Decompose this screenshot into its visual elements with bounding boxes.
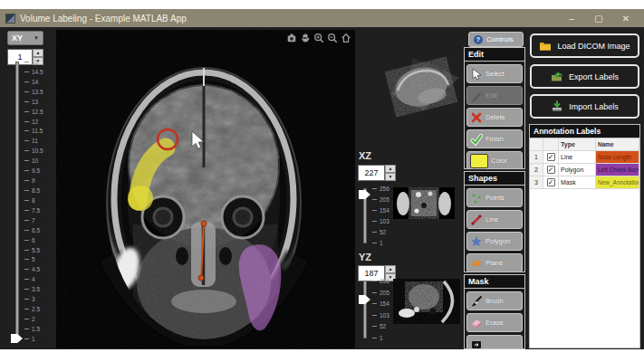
row-name[interactable]: New_Annotation_1 bbox=[596, 176, 639, 188]
row-number: 2 bbox=[530, 164, 543, 176]
tick-mark bbox=[24, 150, 29, 151]
tick-mark bbox=[24, 240, 29, 241]
controls-button[interactable]: ? Controls bbox=[468, 32, 524, 47]
export-labels-button[interactable]: Export Labels bbox=[530, 64, 639, 89]
axes-toolbar bbox=[286, 33, 351, 43]
delete-button[interactable]: Delete bbox=[466, 108, 523, 127]
cursor-icon bbox=[470, 68, 483, 81]
row-type[interactable]: Polygon bbox=[559, 164, 596, 176]
slider-tick: 13 bbox=[24, 99, 43, 105]
tick-mark bbox=[24, 111, 29, 112]
edit-button[interactable]: Edit bbox=[466, 86, 523, 105]
tick-mark bbox=[24, 210, 29, 211]
row-checkbox[interactable]: ✓ bbox=[547, 166, 555, 174]
plane-button[interactable]: Plane bbox=[466, 253, 523, 272]
table-row[interactable]: 2 ✓ Polygon Left Cheek Bone bbox=[530, 164, 639, 176]
help-icon: ? bbox=[474, 35, 483, 44]
erase-button[interactable]: Erase bbox=[466, 313, 523, 332]
tick-mark bbox=[24, 160, 29, 161]
slider-track[interactable] bbox=[15, 62, 19, 339]
row-name[interactable]: Nose Length bbox=[596, 151, 639, 163]
row-type[interactable]: Mask bbox=[559, 176, 596, 188]
polygon-button[interactable]: Polygon bbox=[466, 232, 523, 251]
tick-mark bbox=[24, 309, 29, 310]
row-type[interactable]: Line bbox=[559, 151, 596, 163]
select-button-label: Select bbox=[485, 70, 505, 78]
home-icon[interactable] bbox=[341, 33, 351, 43]
slider-tick-list: 256 205 154 bbox=[372, 186, 389, 246]
line-button[interactable]: Line bbox=[466, 210, 523, 229]
maximize-button[interactable]: ▢ bbox=[593, 14, 604, 24]
row-checkbox[interactable]: ✓ bbox=[547, 153, 555, 161]
pan-icon[interactable] bbox=[300, 33, 311, 43]
tick-mark bbox=[24, 220, 29, 221]
tick-label: 3.5 bbox=[32, 286, 40, 292]
check-icon bbox=[470, 133, 483, 146]
tick-label: 3 bbox=[32, 296, 35, 302]
brush-button[interactable]: Brush bbox=[466, 291, 523, 310]
finish-button[interactable]: Finish bbox=[466, 129, 523, 148]
xz-spinner-value[interactable]: 227 bbox=[358, 165, 385, 181]
tick-label: 14 bbox=[32, 79, 38, 85]
xz-label: XZ bbox=[359, 150, 371, 161]
tick-label: 12 bbox=[32, 119, 38, 125]
slider-tick: 9 bbox=[24, 177, 43, 184]
tick-mark bbox=[24, 180, 29, 181]
line-icon bbox=[470, 214, 483, 226]
xz-spinner[interactable]: 227 ▲ ▼ bbox=[358, 165, 396, 181]
slider-tick: 10.5 bbox=[24, 148, 43, 154]
slider-track[interactable] bbox=[363, 281, 367, 338]
export-labels-icon bbox=[551, 71, 563, 82]
annotation-table[interactable]: Type Name 1 ✓ Line Nose Length 2 ✓ Polyg… bbox=[530, 138, 639, 189]
row-checkbox[interactable]: ✓ bbox=[547, 178, 555, 186]
points-button[interactable]: Points bbox=[466, 188, 523, 207]
view-selector-dropdown[interactable]: XY ▼ bbox=[7, 31, 43, 45]
tick-label: 1 bbox=[380, 240, 383, 246]
zoom-in-icon[interactable] bbox=[313, 33, 324, 43]
spinner-up-icon[interactable]: ▲ bbox=[33, 49, 43, 57]
slider-thumb[interactable] bbox=[11, 334, 23, 343]
slider-thumb[interactable] bbox=[359, 295, 370, 304]
tick-mark bbox=[372, 326, 377, 327]
tick-label: 2.5 bbox=[32, 306, 40, 312]
spinner-up-icon[interactable]: ▲ bbox=[385, 165, 396, 173]
import-labels-label: Import Labels bbox=[569, 102, 619, 111]
minimize-button[interactable]: – bbox=[566, 14, 577, 24]
tick-mark bbox=[24, 200, 29, 201]
tick-label: 7 bbox=[32, 217, 35, 224]
slider-tick: 256 bbox=[372, 278, 389, 284]
table-row[interactable]: 3 ✓ Mask New_Annotation_1 bbox=[530, 176, 639, 189]
row-name[interactable]: Left Cheek Bone bbox=[596, 164, 639, 176]
spinner-down-icon[interactable]: ▼ bbox=[385, 173, 396, 181]
xy-slice-slider[interactable]: 15 14.5 14 bbox=[13, 62, 56, 339]
select-button[interactable]: Select bbox=[466, 64, 523, 83]
spinner-up-icon[interactable]: ▲ bbox=[385, 265, 396, 273]
shapes-panel-title: Shapes bbox=[465, 172, 524, 186]
mask-extra-button[interactable] bbox=[466, 335, 523, 349]
color-button[interactable]: Color bbox=[466, 151, 523, 169]
slider-tick: 4 bbox=[24, 276, 43, 282]
zoom-out-icon[interactable] bbox=[327, 33, 338, 43]
slider-tick: 154 bbox=[372, 207, 389, 214]
slider-tick: 103 bbox=[372, 218, 389, 224]
table-row[interactable]: 1 ✓ Line Nose Length bbox=[530, 151, 639, 164]
edit-panel-title: Edit bbox=[465, 48, 524, 62]
window-titlebar[interactable]: Volume Labeling - Example MATLAB App – ▢… bbox=[0, 9, 644, 27]
tick-mark bbox=[372, 338, 377, 338]
slider-thumb[interactable] bbox=[359, 190, 370, 199]
export-icon[interactable] bbox=[286, 33, 297, 43]
main-image-viewer[interactable] bbox=[56, 30, 355, 348]
load-dicom-button[interactable]: Load DICOM Image bbox=[530, 33, 639, 58]
close-button[interactable]: ✕ bbox=[620, 14, 631, 24]
slider-tick: 1 bbox=[372, 240, 389, 246]
color-button-label: Color bbox=[491, 157, 507, 165]
yz-label: YZ bbox=[359, 252, 371, 262]
yz-thumbnail bbox=[393, 279, 460, 324]
slider-tick: 12.5 bbox=[24, 109, 43, 115]
import-labels-button[interactable]: Import Labels bbox=[530, 94, 639, 119]
tick-label: 13 bbox=[32, 99, 38, 105]
table-header-row: Type Name bbox=[530, 138, 639, 151]
tick-label: 6.5 bbox=[32, 227, 40, 233]
tick-mark bbox=[24, 279, 29, 280]
tick-mark bbox=[372, 303, 377, 304]
